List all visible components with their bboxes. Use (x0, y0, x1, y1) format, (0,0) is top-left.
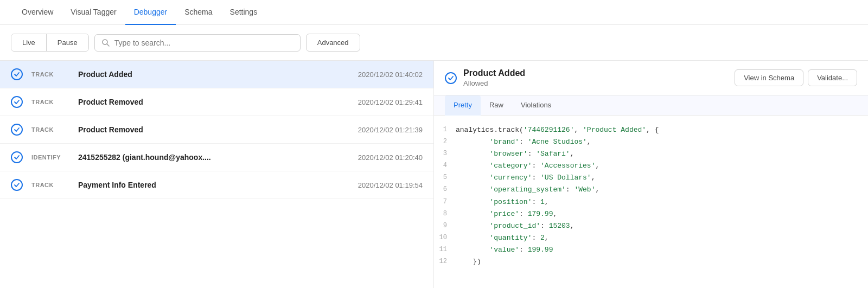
detail-status-icon (445, 72, 457, 84)
code-line: 3 'browser': 'Safari', (434, 148, 868, 160)
event-row[interactable]: TRACKProduct Removed2020/12/02 01:29:41 (0, 88, 433, 116)
detail-actions: View in Schema Validate... (735, 69, 857, 86)
code-token: 'price' (489, 210, 519, 218)
code-line: 1analytics.track('7446291126', 'Product … (434, 124, 868, 136)
event-list: TRACKProduct Added2020/12/02 01:40:02TRA… (0, 61, 434, 288)
tab-violations[interactable]: Violations (512, 95, 560, 116)
code-line: 8 'price': 179.99, (434, 208, 868, 220)
code-token: : (532, 234, 540, 242)
view-schema-button[interactable]: View in Schema (735, 69, 803, 86)
code-token: : (532, 162, 540, 170)
nav-item-debugger[interactable]: Debugger (125, 0, 176, 25)
code-token: 'currency' (489, 174, 532, 182)
code-token: 199.99 (528, 246, 553, 254)
top-nav: OverviewVisual TaggerDebuggerSchemaSetti… (0, 0, 868, 25)
detail-title: Product Added (463, 68, 728, 78)
code-token: : (566, 185, 575, 194)
code-token (456, 138, 489, 146)
code-line: 10 'quantity': 2, (434, 232, 868, 244)
search-box (94, 34, 301, 52)
code-token (456, 246, 489, 254)
event-status-icon (11, 179, 23, 191)
line-number: 7 (438, 196, 456, 207)
code-token (456, 198, 489, 206)
code-token: , (545, 198, 549, 206)
line-number: 12 (438, 256, 456, 267)
code-token: 'Web' (574, 185, 595, 194)
event-type-label: TRACK (31, 126, 69, 133)
event-name-label: 2415255282 (giant.hound@yahoox.... (78, 153, 349, 162)
line-content: 'currency': 'US Dollars', (456, 172, 864, 184)
code-token: : (528, 150, 537, 158)
code-line: 11 'value': 199.99 (434, 244, 868, 256)
line-number: 5 (438, 172, 456, 183)
advanced-button[interactable]: Advanced (306, 34, 360, 52)
search-icon (101, 39, 110, 47)
event-time-label: 2020/12/02 01:40:02 (358, 71, 423, 79)
code-token: 'quantity' (489, 234, 532, 242)
code-token: , { (646, 126, 659, 134)
line-number: 2 (438, 136, 456, 147)
code-token: : (540, 222, 549, 230)
line-content: 'browser': 'Safari', (456, 148, 864, 160)
code-token: 'Accessories' (540, 162, 595, 170)
code-token: 1 (540, 198, 545, 206)
code-token: , (595, 185, 599, 194)
code-token: , (574, 126, 583, 134)
line-number: 10 (438, 232, 456, 243)
validate-button[interactable]: Validate... (808, 69, 857, 86)
event-name-label: Product Removed (78, 125, 349, 134)
pause-button[interactable]: Pause (47, 34, 88, 51)
detail-panel: Product Added Allowed View in Schema Val… (434, 61, 868, 288)
code-token: 'position' (489, 198, 532, 206)
line-number: 3 (438, 148, 456, 159)
detail-tabs: PrettyRawViolations (434, 95, 868, 116)
line-content: 'quantity': 2, (456, 232, 864, 244)
line-content: 'operating_system': 'Web', (456, 184, 864, 196)
code-line: 9 'product_id': 15203, (434, 220, 868, 232)
line-content: 'value': 199.99 (456, 244, 864, 256)
line-content: 'category': 'Accessories', (456, 160, 864, 172)
event-status-icon (11, 68, 23, 80)
line-content: analytics.track('7446291126', 'Product A… (456, 124, 864, 136)
event-type-label: TRACK (31, 71, 69, 78)
tab-pretty[interactable]: Pretty (445, 95, 481, 116)
tab-raw[interactable]: Raw (481, 95, 512, 116)
code-token: analytics.track( (456, 126, 524, 134)
nav-item-schema[interactable]: Schema (176, 0, 221, 25)
live-button[interactable]: Live (11, 34, 47, 51)
code-token (456, 222, 489, 230)
code-token: 2 (540, 234, 545, 242)
nav-item-visual-tagger[interactable]: Visual Tagger (62, 0, 125, 25)
event-name-label: Product Added (78, 70, 349, 79)
line-content: }) (456, 256, 864, 268)
code-token: 'US Dollars' (540, 174, 591, 182)
line-content: 'product_id': 15203, (456, 220, 864, 232)
line-number: 4 (438, 160, 456, 171)
event-type-label: IDENTIFY (31, 154, 69, 161)
event-row[interactable]: TRACKProduct Added2020/12/02 01:40:02 (0, 61, 433, 88)
line-number: 9 (438, 220, 456, 231)
search-input[interactable] (114, 39, 293, 47)
code-token: 'product_id' (489, 222, 540, 230)
event-type-label: TRACK (31, 99, 69, 105)
code-token: , (570, 222, 575, 230)
event-time-label: 2020/12/02 01:20:40 (358, 153, 423, 162)
code-line: 5 'currency': 'US Dollars', (434, 172, 868, 184)
code-token (456, 234, 489, 242)
event-row[interactable]: IDENTIFY2415255282 (giant.hound@yahoox..… (0, 144, 433, 171)
event-row[interactable]: TRACKProduct Removed2020/12/02 01:21:39 (0, 116, 433, 144)
event-status-icon (11, 96, 23, 108)
line-number: 6 (438, 184, 456, 195)
nav-item-settings[interactable]: Settings (221, 0, 266, 25)
code-token: , (553, 210, 557, 218)
code-token: 'category' (489, 162, 532, 170)
code-area: 1analytics.track('7446291126', 'Product … (434, 116, 868, 277)
code-token (456, 185, 489, 194)
code-token: : (519, 246, 528, 254)
code-token: : (532, 198, 540, 206)
event-row[interactable]: TRACKPayment Info Entered2020/12/02 01:1… (0, 171, 433, 199)
code-token: : (519, 210, 528, 218)
nav-item-overview[interactable]: Overview (13, 0, 62, 25)
code-token: 'value' (489, 246, 519, 254)
